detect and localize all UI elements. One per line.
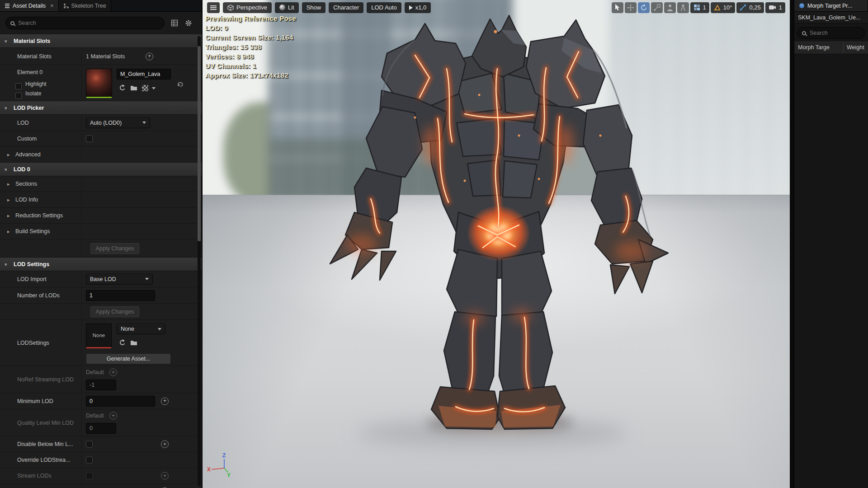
- mannequin-icon: [679, 4, 687, 11]
- build-settings-row[interactable]: Build Settings: [0, 224, 202, 239]
- apply-changes-button-2[interactable]: Apply Changes: [90, 306, 139, 317]
- gear-icon[interactable]: [184, 19, 193, 27]
- category-label: Material Slots: [14, 38, 50, 44]
- override-lodstreaming-checkbox[interactable]: [86, 457, 93, 464]
- property-label: LODSettings: [17, 320, 49, 366]
- tab-asset-details[interactable]: Asset Details: [0, 0, 59, 11]
- advanced-row[interactable]: Advanced: [0, 146, 202, 163]
- add-per-platform-button[interactable]: [161, 397, 169, 405]
- property-label: Stream LODs: [17, 468, 52, 483]
- generate-asset-button[interactable]: Generate Asset...: [86, 353, 171, 364]
- number-of-lods-input[interactable]: [86, 290, 155, 301]
- lit-button[interactable]: Lit: [275, 2, 299, 13]
- add-per-platform-button[interactable]: [161, 441, 169, 448]
- morph-search[interactable]: [797, 27, 865, 39]
- add-override-button[interactable]: [109, 369, 117, 376]
- perspective-button[interactable]: Perspective: [223, 2, 272, 13]
- highlight-checkbox[interactable]: [15, 83, 22, 89]
- reset-to-default-icon[interactable]: [177, 81, 184, 87]
- select-tool-button[interactable]: [612, 2, 623, 13]
- playback-speed-button[interactable]: x1,0: [405, 2, 431, 13]
- close-icon[interactable]: [50, 2, 54, 9]
- tab-morph-target-previewer[interactable]: Morph Target Pr...: [794, 0, 868, 11]
- category-material-slots[interactable]: Material Slots: [0, 34, 202, 48]
- angle-snap-icon: [714, 5, 721, 11]
- use-selected-asset-icon[interactable]: [118, 84, 126, 91]
- tab-skeleton-tree[interactable]: Skeleton Tree: [59, 0, 111, 11]
- show-button[interactable]: Show: [302, 2, 326, 13]
- category-label: LOD 0: [14, 166, 30, 173]
- noref-streaming-lod-input[interactable]: [86, 380, 116, 390]
- chevron-right-icon: [7, 229, 10, 235]
- lodsettings-dropdown[interactable]: None: [117, 324, 165, 334]
- add-override-button[interactable]: [109, 412, 117, 420]
- lod-auto-button[interactable]: LOD Auto: [367, 2, 401, 13]
- camera-speed-button[interactable]: 1: [765, 2, 785, 13]
- category-lod-picker[interactable]: LOD Picker: [0, 101, 202, 115]
- element0-row: Element 0 Highlight Isolate: [0, 65, 202, 101]
- lod-info-row[interactable]: LOD Info: [0, 192, 202, 208]
- button-label: Character: [333, 4, 359, 11]
- property-label: LOD Info: [15, 192, 38, 207]
- column-morph-target[interactable]: Morph Targe: [798, 44, 830, 51]
- column-weight[interactable]: Weight: [847, 44, 864, 51]
- reduction-settings-row[interactable]: Reduction Settings: [0, 208, 202, 224]
- morph-search-input[interactable]: [810, 30, 860, 36]
- transform-tools: 1 10° 0,25 1: [612, 2, 785, 13]
- dropdown-value: None: [121, 326, 134, 332]
- chevron-right-icon: [7, 181, 10, 187]
- browse-to-asset-icon[interactable]: [130, 84, 137, 91]
- browse-to-asset-icon[interactable]: [130, 339, 137, 346]
- scrollbar-thumb[interactable]: [198, 46, 201, 241]
- pawn-icon: [667, 4, 673, 11]
- lod-dropdown[interactable]: Auto (LOD0): [86, 117, 150, 128]
- lod-row: LOD Auto (LOD0): [0, 115, 202, 131]
- world-local-button[interactable]: [664, 2, 676, 13]
- custom-row: Custom: [0, 131, 202, 146]
- search-icon: [802, 31, 806, 35]
- chevron-down-icon: [5, 105, 7, 111]
- details-scrollbar[interactable]: [198, 36, 201, 486]
- surface-snap-button[interactable]: [677, 2, 689, 13]
- chevron-down-icon: [5, 38, 7, 44]
- skeleton-tree-icon: [63, 3, 69, 9]
- move-tool-button[interactable]: [625, 2, 637, 13]
- minimum-lod-input[interactable]: [86, 396, 155, 407]
- category-lod-settings[interactable]: LOD Settings: [0, 258, 202, 271]
- property-label: Custom: [17, 131, 37, 146]
- sections-row[interactable]: Sections: [0, 176, 202, 192]
- lodsettings-thumbnail[interactable]: None: [86, 324, 112, 347]
- scale-tool-button[interactable]: [651, 2, 663, 13]
- character-button[interactable]: Character: [329, 2, 363, 13]
- search-input[interactable]: [18, 20, 160, 26]
- category-lod0[interactable]: LOD 0: [0, 163, 202, 176]
- lod-import-dropdown[interactable]: Base LOD: [86, 274, 153, 285]
- quality-min-lod-input[interactable]: [86, 423, 116, 434]
- lodsettings-row: LODSettings None None Generate Asset...: [0, 320, 202, 366]
- scale-snap-button[interactable]: 0,25: [736, 2, 764, 13]
- button-label: Perspective: [236, 4, 267, 11]
- material-options[interactable]: [142, 85, 156, 91]
- chevron-right-icon: [7, 213, 10, 219]
- stream-lods-checkbox[interactable]: [86, 473, 93, 479]
- apply-changes-button[interactable]: Apply Changes: [90, 243, 139, 254]
- viewport-menu-button[interactable]: [207, 2, 220, 13]
- rotate-tool-button[interactable]: [638, 2, 650, 13]
- use-selected-asset-icon[interactable]: [118, 339, 126, 346]
- column-view-icon[interactable]: [171, 19, 178, 27]
- viewport[interactable]: Perspective Lit Show Character LOD Auto …: [203, 0, 790, 488]
- material-thumbnail[interactable]: [86, 69, 112, 97]
- disable-below-min-checkbox[interactable]: [86, 441, 93, 448]
- rotation-snap-button[interactable]: 10°: [711, 2, 736, 13]
- details-search[interactable]: [5, 17, 165, 29]
- chevron-down-icon: [152, 87, 156, 89]
- viewport-toolbar: Perspective Lit Show Character LOD Auto …: [203, 0, 790, 14]
- custom-checkbox[interactable]: [86, 135, 93, 142]
- material-name-field[interactable]: [117, 69, 171, 80]
- grid-snap-button[interactable]: 1: [690, 2, 709, 13]
- isolate-checkbox[interactable]: [15, 93, 22, 99]
- details-tree: Material Slots Material Slots 1 Material…: [0, 34, 202, 488]
- add-material-slot-button[interactable]: [146, 52, 153, 60]
- add-per-platform-button[interactable]: [161, 472, 169, 480]
- chevron-down-icon: [142, 122, 146, 124]
